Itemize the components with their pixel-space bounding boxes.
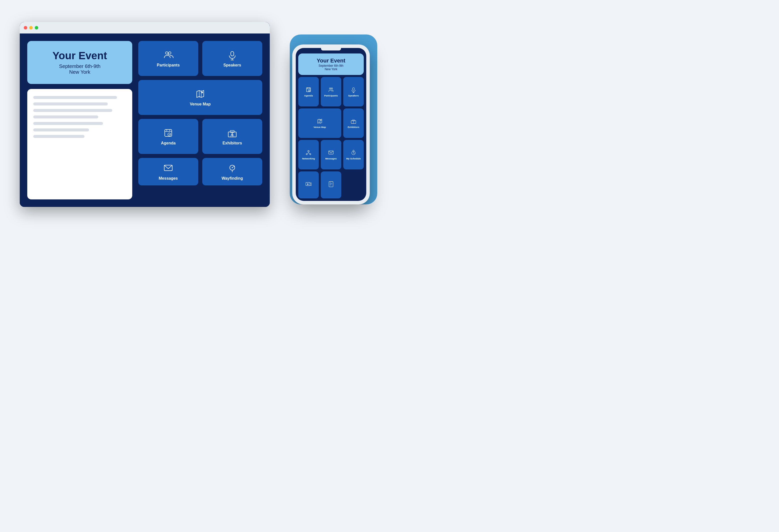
svg-point-42: [310, 154, 311, 155]
svg-line-44: [307, 153, 308, 153]
svg-rect-31: [353, 87, 354, 90]
svg-point-29: [329, 88, 331, 89]
event-banner: Your Event September 6th-9th New York: [27, 41, 132, 84]
tile-messages-label: Messages: [159, 176, 178, 181]
phone-tile-venue-map-label: Venue Map: [313, 126, 326, 128]
browser-window: Your Event September 6th-9th New York: [20, 22, 270, 207]
browser-left-column: Your Event September 6th-9th New York: [27, 41, 132, 199]
svg-point-1: [169, 52, 171, 54]
svg-point-28: [308, 90, 310, 91]
tile-agenda[interactable]: Agenda: [138, 119, 198, 154]
svg-point-0: [166, 52, 168, 54]
tile-agenda-label: Agenda: [161, 141, 176, 145]
browser-content: Your Event September 6th-9th New York: [20, 34, 270, 207]
phone-tile-participants-label: Participants: [324, 94, 338, 97]
phone-grid: Agenda Participants: [298, 77, 364, 198]
content-line-2: [33, 103, 108, 106]
phone-tile-venue-map[interactable]: Venue Map: [298, 109, 341, 138]
close-button[interactable]: [24, 26, 27, 29]
grid-row-2: Venue Map: [138, 80, 262, 115]
svg-point-8: [201, 92, 203, 93]
minimize-button[interactable]: [29, 26, 33, 29]
phone-wrapper: Your Event September 6th-9th New York: [292, 45, 370, 204]
phone-tile-exhibitors[interactable]: Exhibitors: [343, 109, 364, 138]
content-line-3: [33, 109, 112, 112]
phone-tile-networking[interactable]: Networking: [298, 140, 319, 170]
phone-tile-participants[interactable]: Participants: [321, 77, 341, 107]
svg-point-41: [306, 154, 307, 155]
phone-tile-my-schedule[interactable]: My Schedule: [343, 140, 364, 170]
phone-event-title: Your Event: [301, 58, 361, 64]
maximize-button[interactable]: [35, 26, 38, 29]
phone-tile-agenda-label: Agenda: [304, 94, 313, 97]
svg-line-49: [354, 153, 355, 153]
phone-notch: [321, 48, 341, 51]
scene: Your Event September 6th-9th New York: [20, 14, 370, 252]
phone: Your Event September 6th-9th New York: [292, 45, 370, 204]
content-line-4: [33, 116, 98, 119]
svg-point-2: [168, 54, 169, 55]
grid-row-3: Agenda Exhibitors: [138, 119, 262, 154]
phone-tile-exhibitors-label: Exhibitors: [348, 126, 359, 128]
tile-messages[interactable]: Messages: [138, 158, 198, 185]
browser-titlebar: [20, 22, 270, 34]
phone-tile-networking-label: Networking: [302, 157, 315, 160]
phone-tile-my-schedule-label: My Schedule: [346, 157, 361, 160]
tile-wayfinding[interactable]: Wayfinding: [202, 158, 262, 185]
content-line-1: [33, 96, 117, 99]
phone-event-date: September 6th-9th: [301, 64, 361, 67]
svg-point-23: [232, 167, 233, 168]
grid-row-4: Messages Wayfinding: [138, 158, 262, 185]
tile-venue-map-label: Venue Map: [190, 102, 211, 107]
phone-event-location: New York: [301, 67, 361, 71]
phone-screen: Your Event September 6th-9th New York: [296, 48, 366, 201]
tile-speakers[interactable]: Speakers: [202, 41, 262, 76]
tile-speakers-label: Speakers: [223, 63, 241, 67]
browser-right-column: Participants Speakers: [138, 41, 262, 199]
phone-tile-messages[interactable]: Messages: [321, 140, 341, 170]
tile-participants-label: Participants: [157, 63, 180, 67]
phone-tile-speakers-label: Speakers: [348, 94, 359, 97]
svg-line-45: [308, 153, 310, 153]
svg-point-13: [168, 133, 171, 136]
tile-venue-map[interactable]: Venue Map: [138, 80, 262, 115]
event-title: Your Event: [35, 50, 125, 61]
event-date: September 6th-9th: [35, 63, 125, 69]
content-line-7: [33, 135, 84, 138]
grid-row-1: Participants Speakers: [138, 41, 262, 76]
content-line-5: [33, 122, 103, 125]
tile-participants[interactable]: Participants: [138, 41, 198, 76]
phone-tile-video[interactable]: [298, 172, 319, 198]
phone-tile-messages-label: Messages: [325, 157, 337, 160]
event-location: New York: [35, 69, 125, 75]
tile-wayfinding-label: Wayfinding: [222, 176, 243, 181]
content-line-6: [33, 128, 89, 131]
svg-marker-51: [307, 183, 309, 185]
svg-point-40: [308, 150, 309, 152]
phone-tile-reports[interactable]: [321, 172, 341, 198]
tile-exhibitors-label: Exhibitors: [223, 141, 242, 145]
phone-tile-agenda[interactable]: Agenda: [298, 77, 319, 107]
content-card: [27, 89, 132, 199]
svg-rect-3: [231, 52, 234, 56]
svg-point-36: [320, 120, 321, 121]
phone-tile-speakers[interactable]: Speakers: [343, 77, 364, 107]
svg-point-30: [331, 88, 333, 89]
phone-event-banner: Your Event September 6th-9th New York: [298, 54, 364, 75]
tile-exhibitors[interactable]: Exhibitors: [202, 119, 262, 154]
